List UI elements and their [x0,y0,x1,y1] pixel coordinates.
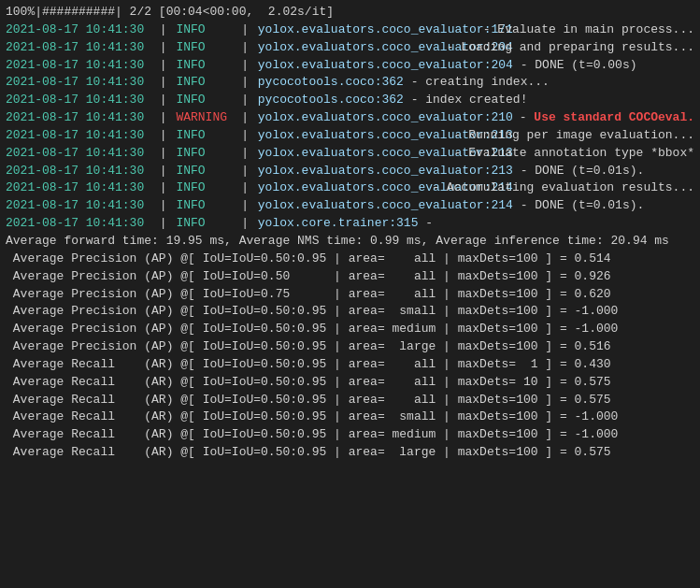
log-level: INFO [176,22,232,39]
metric-value: -1.000 [575,409,619,423]
log-source: yolox.evaluators.coco_evaluator:210 [258,109,520,127]
log-source: yolox.evaluators.coco_evaluator:204 [258,57,521,75]
metric-area: medium [393,322,436,336]
metric-maxdets: 100 [516,322,537,336]
log-message: - Running per image evaluation... [454,127,694,145]
metric-iou-bracket: @[ [180,322,202,336]
metric-maxdets: 100 [516,409,537,423]
metric-iou: IoU=IoU=0.50:0.95 [203,339,327,353]
log-message: - DONE (t=0.00s) [521,57,637,75]
log-source: yolox.evaluators.coco_evaluator:213 [258,145,454,163]
log-message: - index created! [411,92,528,109]
log-level: WARNING [176,109,232,127]
log-message: - Loading and preparing results... [447,39,694,57]
metric-iou: IoU=IoU=0.50:0.95 [203,393,327,407]
log-line: 2021-08-17 10:41:30 | INFO | pycocotools… [6,74,694,92]
metric-row: Average Recall (AR) @[ IoU=IoU=0.50:0.95… [6,444,694,462]
log-datetime: 2021-08-17 10:41:30 [6,74,150,92]
metric-abbr: (AP) [136,304,180,318]
metric-iou-bracket: @[ [180,427,202,441]
metric-maxdets: 100 [516,339,537,353]
metric-row: Average Precision (AP) @[ IoU=IoU=0.75 |… [6,286,694,304]
metric-maxdets: 1 [516,357,537,371]
metric-value: 0.430 [575,357,611,371]
metric-abbr: (AR) [136,445,180,459]
metric-maxdets: 100 [516,251,537,265]
metric-area: large [393,339,436,353]
metric-label: Average Recall [6,393,136,407]
metric-area: medium [393,427,436,441]
log-message: - Use standard COCOeval. [520,109,694,127]
log-source: yolox.core.trainer:315 [258,215,425,233]
metric-label: Average Recall [6,445,136,459]
metric-iou-bracket: @[ [180,251,202,265]
log-datetime: 2021-08-17 10:41:30 [6,179,150,197]
metric-row: Average Recall (AR) @[ IoU=IoU=0.50:0.95… [6,392,694,409]
metric-maxdets: 100 [516,393,537,407]
metric-iou: IoU=IoU=0.50:0.95 [203,445,327,459]
metric-value: 0.514 [575,251,611,265]
progress-text: 100%|##########| 2/2 [00:04<00:00, 2.02s… [6,4,334,22]
log-message: - Evaluate in main process... [483,22,694,39]
metric-iou-bracket: @[ [180,375,202,389]
log-source: pycocotools.coco:362 [258,92,411,109]
log-datetime: 2021-08-17 10:41:30 [6,145,150,163]
metric-value: -1.000 [575,322,619,336]
log-message: - DONE (t=0.01s). [521,197,645,215]
log-level: INFO [176,74,232,92]
log-line: 2021-08-17 10:41:30 | INFO | pycocotools… [6,92,694,109]
metric-area: all [393,375,436,389]
metric-row: Average Recall (AR) @[ IoU=IoU=0.50:0.95… [6,374,694,392]
metric-value: 0.926 [575,269,611,283]
metric-iou: IoU=IoU=0.50:0.95 [203,304,327,318]
metric-maxdets: 100 [516,427,537,441]
log-message: - Evaluate annotation type *bbox* [454,145,694,163]
metric-maxdets: 100 [516,445,537,459]
terminal: 100%|##########| 2/2 [00:04<00:00, 2.02s… [0,0,700,588]
metric-maxdets: 100 [516,269,537,283]
metric-label: Average Precision [6,269,136,283]
log-level: INFO [176,145,232,163]
metric-abbr: (AR) [136,409,180,423]
log-datetime: 2021-08-17 10:41:30 [6,163,150,180]
metric-iou: IoU=IoU=0.75 [203,287,327,301]
log-datetime: 2021-08-17 10:41:30 [6,57,150,75]
log-source: yolox.evaluators.coco_evaluator:213 [258,163,521,180]
metric-label: Average Precision [6,339,136,353]
log-level: INFO [176,163,232,180]
metric-iou-bracket: @[ [180,339,202,353]
metric-area: all [393,269,436,283]
metric-iou: IoU=IoU=0.50:0.95 [203,427,327,441]
log-message: - DONE (t=0.01s). [521,163,645,180]
metric-row: Average Precision (AP) @[ IoU=IoU=0.50:0… [6,338,694,356]
log-level: INFO [176,127,232,145]
log-message: - [425,215,433,233]
log-line: 2021-08-17 10:41:30 | INFO | yolox.evalu… [6,39,694,57]
log-source: yolox.evaluators.coco_evaluator:213 [258,127,454,145]
metric-abbr: (AR) [136,375,180,389]
metric-area: all [393,251,436,265]
metric-row: Average Recall (AR) @[ IoU=IoU=0.50:0.95… [6,426,694,444]
metric-area: small [393,304,436,318]
metric-iou-bracket: @[ [180,445,202,459]
metric-iou: IoU=IoU=0.50:0.95 [203,322,327,336]
metric-area: all [393,357,436,371]
metric-iou: IoU=IoU=0.50:0.95 [203,251,327,265]
metric-iou-bracket: @[ [180,357,202,371]
metric-iou-bracket: @[ [180,393,202,407]
metric-label: Average Precision [6,304,136,318]
metric-area: small [393,409,436,423]
metric-value: 0.620 [575,287,611,301]
metric-maxdets: 100 [516,287,537,301]
log-level: INFO [176,215,232,233]
metric-iou: IoU=IoU=0.50:0.95 [203,375,327,389]
log-line: 2021-08-17 10:41:30 | INFO | yolox.evalu… [6,57,694,75]
metric-row: Average Precision (AP) @[ IoU=IoU=0.50 |… [6,268,694,286]
metric-value: 0.575 [575,445,611,459]
log-level: INFO [176,92,232,109]
metric-label: Average Recall [6,357,136,371]
metric-row: Average Precision (AP) @[ IoU=IoU=0.50:0… [6,321,694,338]
metric-iou: IoU=IoU=0.50:0.95 [203,357,327,371]
log-line: 2021-08-17 10:41:30 | INFO | yolox.evalu… [6,163,694,180]
log-source: yolox.evaluators.coco_evaluator:214 [258,179,432,197]
